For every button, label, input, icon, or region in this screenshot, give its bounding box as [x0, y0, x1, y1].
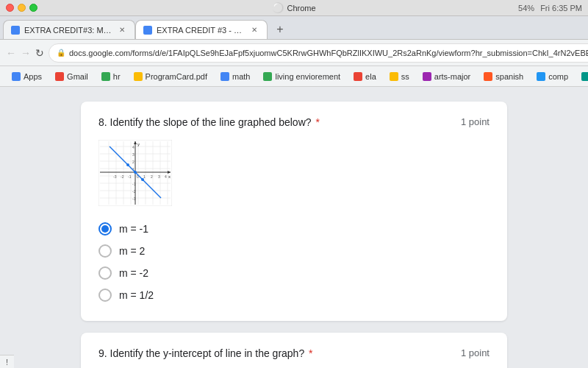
bookmark-gmail[interactable]: Gmail	[49, 68, 94, 85]
bookmark-math-favicon	[220, 72, 229, 81]
bookmark-living-favicon	[263, 72, 272, 81]
required-marker-9: *	[309, 347, 312, 359]
bookmark-arts-favicon	[423, 72, 431, 81]
address-input[interactable]: 🔒 docs.google.com/forms/d/e/1FAIpQLSe9hE…	[49, 43, 588, 63]
svg-text:-3: -3	[132, 197, 136, 201]
option-q8-4-label: m = 1/2	[119, 289, 154, 301]
svg-text:4: 4	[132, 145, 135, 149]
tabbar: EXTRA CREDIT#3: Mixed Prac... ✕ EXTRA CR…	[0, 16, 588, 40]
back-button[interactable]: ←	[6, 44, 16, 62]
radio-q8-2[interactable]	[98, 244, 112, 258]
maximize-button[interactable]	[29, 4, 37, 12]
bookmark-coding-favicon	[581, 72, 588, 81]
lock-icon: 🔒	[57, 49, 65, 57]
tab-2[interactable]: EXTRA CREDIT #3 - Mixed Re... ✕	[135, 20, 268, 39]
bookmark-math[interactable]: math	[215, 68, 256, 85]
bookmark-apps[interactable]: Apps	[6, 68, 48, 85]
svg-text:y: y	[137, 142, 140, 146]
question-card-8: 8. Identify the slope of the line graphe…	[81, 102, 507, 321]
titlebar-right: 54% Fri 6:35 PM	[518, 4, 582, 13]
bookmarks-bar: Apps Gmail hr ProgramCard.pdf math livin…	[0, 66, 588, 87]
tab1-close[interactable]: ✕	[117, 25, 127, 35]
clock: Fri 6:35 PM	[540, 4, 582, 13]
svg-point-41	[141, 178, 144, 181]
question-8-text: 8. Identify the slope of the line graphe…	[98, 116, 446, 128]
option-q8-1-label: m = -1	[119, 223, 148, 235]
question-9-header: 9. Identify the y-intercept of line in t…	[98, 347, 490, 359]
bookmark-ss[interactable]: ss	[384, 68, 415, 85]
svg-text:3: 3	[132, 152, 135, 157]
option-q8-2[interactable]: m = 2	[98, 240, 490, 262]
svg-text:x: x	[168, 174, 171, 179]
tab2-favicon	[143, 26, 152, 35]
bookmark-spanish-favicon	[484, 72, 492, 81]
question-8-graph: x y -3 -2 -1 0 1 2 3 4 1 2 3 4 -1 -2 -3	[98, 140, 172, 206]
bookmark-living[interactable]: living enviorement	[257, 68, 346, 85]
radio-q8-1-inner	[101, 225, 109, 233]
svg-text:3: 3	[158, 174, 160, 179]
radio-q8-3[interactable]	[98, 266, 112, 280]
refresh-button[interactable]: ↻	[35, 44, 44, 62]
bookmark-comp-favicon	[537, 72, 545, 81]
bookmark-ela[interactable]: ela	[348, 68, 382, 85]
bookmark-apps-favicon	[12, 72, 21, 81]
question-9-text: 9. Identify the y-intercept of line in t…	[98, 347, 446, 359]
question-9-points: 1 point	[461, 347, 490, 358]
statusbar: !	[0, 355, 14, 368]
bookmark-coding[interactable]: coding help	[576, 68, 588, 85]
tab2-title: EXTRA CREDIT #3 - Mixed Re...	[157, 26, 245, 35]
bookmark-gmail-favicon	[55, 72, 64, 81]
question-8-header: 8. Identify the slope of the line graphe…	[98, 116, 490, 128]
svg-point-42	[126, 163, 129, 166]
svg-text:-2: -2	[121, 174, 124, 179]
bookmark-programcard[interactable]: ProgramCard.pdf	[128, 68, 213, 85]
svg-text:-1: -1	[128, 174, 132, 179]
bookmark-programcard-favicon	[134, 72, 143, 81]
bookmark-comp[interactable]: comp	[531, 68, 574, 85]
option-q8-1[interactable]: m = -1	[98, 218, 490, 240]
graph-svg-8: x y -3 -2 -1 0 1 2 3 4 1 2 3 4 -1 -2 -3	[98, 140, 172, 206]
svg-text:-1: -1	[132, 182, 136, 186]
tab1-favicon	[11, 26, 20, 35]
required-marker: *	[315, 116, 319, 128]
bookmark-arts[interactable]: arts-major	[417, 68, 477, 85]
bookmark-ela-favicon	[354, 72, 362, 81]
addressbar: ← → ↻ 🔒 docs.google.com/forms/d/e/1FAIpQ…	[0, 40, 588, 66]
option-q8-2-label: m = 2	[119, 245, 145, 257]
question-8-points: 1 point	[461, 116, 490, 127]
app-title: ⚪ Chrome	[272, 2, 315, 13]
address-text: docs.google.com/forms/d/e/1FAIpQLSe9hEJa…	[69, 49, 588, 57]
radio-q8-1[interactable]	[98, 222, 112, 236]
forward-button[interactable]: →	[21, 44, 31, 62]
svg-text:1: 1	[143, 174, 146, 179]
traffic-lights	[6, 4, 37, 12]
svg-text:-2: -2	[132, 189, 136, 194]
svg-text:2: 2	[151, 174, 153, 179]
page-content: 8. Identify the slope of the line graphe…	[0, 87, 588, 368]
status-text: !	[6, 358, 8, 367]
bookmark-hr-favicon	[101, 72, 110, 81]
option-q8-3-label: m = -2	[119, 267, 148, 279]
close-button[interactable]	[6, 4, 14, 12]
svg-text:2: 2	[132, 160, 135, 164]
wifi-status: 54%	[518, 4, 534, 13]
minimize-button[interactable]	[18, 4, 26, 12]
titlebar: ⚪ Chrome 54% Fri 6:35 PM	[0, 0, 588, 16]
question-card-9: 9. Identify the y-intercept of line in t…	[81, 333, 507, 368]
tab-1[interactable]: EXTRA CREDIT#3: Mixed Prac... ✕	[3, 20, 135, 39]
bookmark-spanish[interactable]: spanish	[478, 68, 529, 85]
svg-point-40	[134, 171, 137, 174]
svg-text:4: 4	[165, 174, 167, 179]
option-q8-3[interactable]: m = -2	[98, 262, 490, 284]
bookmark-ss-favicon	[390, 72, 398, 81]
new-tab-button[interactable]: +	[270, 20, 290, 39]
option-q8-4[interactable]: m = 1/2	[98, 284, 490, 306]
radio-q8-4[interactable]	[98, 289, 112, 302]
tab1-title: EXTRA CREDIT#3: Mixed Prac...	[24, 26, 112, 35]
tab2-close[interactable]: ✕	[249, 25, 259, 35]
bookmark-hr[interactable]: hr	[96, 68, 126, 85]
svg-text:-3: -3	[113, 174, 117, 179]
